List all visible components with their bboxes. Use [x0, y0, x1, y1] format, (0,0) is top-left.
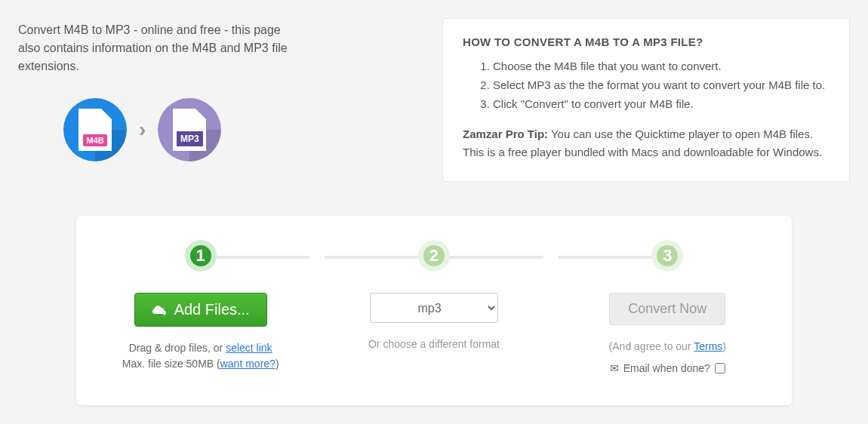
- target-format-label: MP3: [177, 131, 203, 146]
- format-select[interactable]: mp3: [370, 293, 498, 323]
- source-format-icon: M4B: [63, 98, 127, 161]
- pro-tip-label: Zamzar Pro Tip:: [463, 128, 548, 140]
- format-hint: Or choose a different format: [325, 336, 543, 352]
- converter-card: 1 Add Files... Drag & drop files, or sel…: [76, 216, 792, 405]
- conversion-icons: M4B › MP3: [18, 98, 427, 161]
- howto-step: Click "Convert" to convert your M4B file…: [493, 95, 830, 114]
- want-more-link[interactable]: want more?: [220, 358, 275, 370]
- agree-text: (And agree to our Terms): [559, 339, 777, 355]
- select-link[interactable]: select link: [226, 342, 272, 354]
- terms-link[interactable]: Terms: [694, 340, 722, 352]
- email-when-done-label: Email when done?: [623, 362, 710, 374]
- howto-title: HOW TO CONVERT A M4B TO A MP3 FILE?: [463, 35, 830, 48]
- convert-button[interactable]: Convert Now: [609, 293, 725, 325]
- pro-tip: Zamzar Pro Tip: You can use the Quicktim…: [463, 125, 830, 161]
- howto-step: Select MP3 as the the format you want to…: [493, 76, 830, 95]
- step-badge-2: 2: [418, 240, 450, 272]
- target-format-icon: MP3: [158, 98, 221, 161]
- howto-steps: Choose the M4B file that you want to con…: [493, 57, 830, 113]
- arrow-icon: ›: [136, 118, 149, 142]
- add-files-label: Add Files...: [174, 301, 250, 318]
- source-format-label: M4B: [83, 134, 106, 146]
- step-badge-1: 1: [185, 240, 217, 272]
- email-when-done-checkbox[interactable]: [715, 363, 725, 373]
- drag-drop-text: Drag & drop files, or select link Max. f…: [91, 340, 309, 372]
- envelope-icon: ✉: [610, 362, 619, 374]
- howto-panel: HOW TO CONVERT A M4B TO A MP3 FILE? Choo…: [442, 18, 850, 182]
- upload-icon: [152, 303, 167, 318]
- howto-step: Choose the M4B file that you want to con…: [493, 57, 830, 76]
- add-files-button[interactable]: Add Files...: [134, 293, 267, 327]
- step-badge-3: 3: [651, 240, 683, 272]
- intro-text: Convert M4B to MP3 - online and free - t…: [18, 21, 305, 75]
